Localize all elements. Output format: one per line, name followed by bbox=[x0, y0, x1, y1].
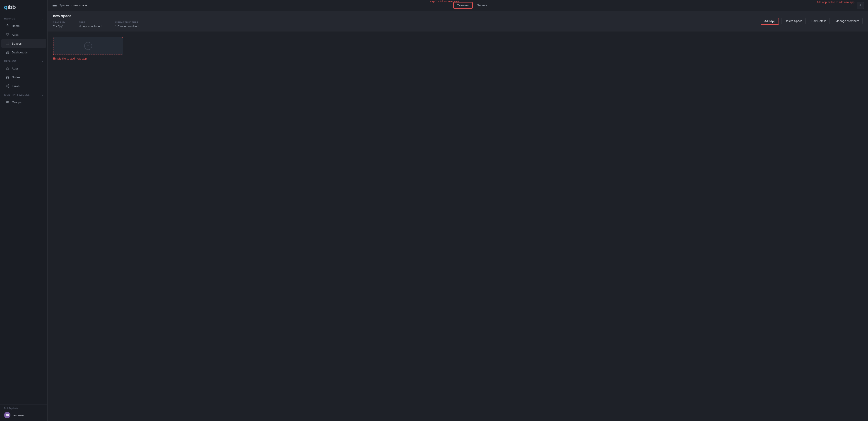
svg-rect-8 bbox=[6, 53, 7, 54]
space-id-label: SPACE ID bbox=[53, 21, 65, 24]
tab-secrets[interactable]: Secrets bbox=[474, 2, 490, 8]
svg-rect-6 bbox=[8, 51, 9, 52]
space-id-value: 7hc0jgf bbox=[53, 25, 65, 28]
catalog-apps-icon bbox=[5, 66, 9, 70]
home-label: Home bbox=[12, 24, 20, 28]
svg-point-20 bbox=[6, 101, 7, 102]
space-title-block: new space SPACE ID 7hc0jgf APPS No Apps … bbox=[53, 14, 138, 28]
space-title: new space bbox=[53, 14, 138, 18]
avatar: TU bbox=[4, 412, 10, 418]
svg-point-18 bbox=[8, 85, 9, 85]
identity-chevron-icon: ⌄ bbox=[41, 94, 43, 96]
sidebar-item-catalog-apps[interactable]: Apps bbox=[1, 64, 46, 73]
space-actions: Add App Delete Space Edit Details Manage… bbox=[761, 18, 863, 25]
spaces-label: Spaces bbox=[12, 42, 22, 45]
sidebar-item-spaces[interactable]: Spaces bbox=[1, 39, 46, 48]
annotation-addapp: Add app button to add new app bbox=[816, 1, 855, 4]
nodes-icon bbox=[5, 75, 9, 79]
main-content: Spaces • new space step 1: click on over… bbox=[48, 0, 868, 421]
breadcrumb: Spaces • new space bbox=[59, 4, 87, 7]
build-label: BUILD private bbox=[4, 407, 43, 410]
catalog-chevron-icon: ⌄ bbox=[41, 60, 43, 62]
add-app-plus-icon: + bbox=[84, 42, 92, 50]
dashboards-label: Dashboards bbox=[12, 51, 28, 54]
sidebar-item-dashboards[interactable]: Dashboards bbox=[1, 48, 46, 57]
breadcrumb-current: new space bbox=[73, 4, 87, 7]
hamburger-icon[interactable] bbox=[52, 3, 58, 8]
groups-label: Groups bbox=[12, 100, 22, 104]
svg-rect-9 bbox=[6, 67, 7, 68]
svg-rect-0 bbox=[6, 33, 7, 34]
svg-rect-11 bbox=[6, 69, 7, 70]
svg-point-21 bbox=[8, 101, 9, 102]
flows-icon bbox=[5, 84, 9, 88]
sidebar-item-flows[interactable]: Flows bbox=[1, 82, 46, 90]
nodes-label: Nodes bbox=[12, 75, 21, 79]
catalog-section-header: CATALOG ⌄ bbox=[0, 57, 47, 64]
empty-tile-annotation: Empty tile to add new app bbox=[53, 57, 863, 60]
svg-rect-7 bbox=[8, 52, 9, 54]
catalog-apps-label: Apps bbox=[12, 67, 19, 70]
svg-rect-14 bbox=[8, 76, 9, 77]
svg-rect-2 bbox=[6, 35, 7, 36]
apps-manage-label: Apps bbox=[12, 33, 19, 36]
topbar-tabs: Overview Secrets bbox=[453, 2, 490, 9]
user-row: TU test user bbox=[4, 412, 43, 418]
sidebar-footer: BUILD private TU test user bbox=[0, 404, 47, 421]
sidebar-item-groups[interactable]: Groups bbox=[1, 98, 46, 106]
apps-value: No Apps included bbox=[79, 25, 101, 28]
plus-button[interactable]: + bbox=[857, 2, 864, 9]
dashboards-icon bbox=[5, 50, 9, 54]
tab-overview[interactable]: Overview bbox=[453, 2, 473, 9]
space-meta: SPACE ID 7hc0jgf APPS No Apps included I… bbox=[53, 21, 138, 28]
spaces-icon bbox=[5, 41, 9, 45]
breadcrumb-separator: • bbox=[70, 4, 71, 7]
meta-space-id: SPACE ID 7hc0jgf bbox=[53, 21, 65, 28]
groups-icon bbox=[5, 100, 9, 104]
logo: qqibbibb bbox=[0, 0, 47, 14]
topbar: Spaces • new space step 1: click on over… bbox=[48, 0, 868, 11]
page-content: new space SPACE ID 7hc0jgf APPS No Apps … bbox=[48, 11, 868, 421]
topbar-left: Spaces • new space bbox=[52, 3, 87, 8]
sidebar-item-nodes[interactable]: Nodes bbox=[1, 73, 46, 82]
manage-section-header: MANAGE ⌄ bbox=[0, 14, 47, 21]
svg-point-17 bbox=[6, 86, 7, 87]
space-header-inner: new space SPACE ID 7hc0jgf APPS No Apps … bbox=[53, 14, 863, 28]
manage-members-button[interactable]: Manage Members bbox=[832, 18, 863, 24]
sidebar-item-apps[interactable]: Apps bbox=[1, 30, 46, 39]
apps-label: APPS bbox=[79, 21, 101, 24]
sidebar: qqibbibb MANAGE ⌄ Home bbox=[0, 0, 48, 421]
space-header: new space SPACE ID 7hc0jgf APPS No Apps … bbox=[48, 11, 868, 31]
logo-text: qqibbibb bbox=[4, 4, 16, 11]
canvas-area: + Empty tile to add new app bbox=[48, 31, 868, 421]
delete-space-button[interactable]: Delete Space bbox=[781, 18, 806, 24]
infra-label: INFRASTRUCTURE bbox=[115, 21, 138, 24]
meta-apps: APPS No Apps included bbox=[79, 21, 101, 28]
svg-rect-16 bbox=[8, 77, 9, 78]
manage-chevron-icon: ⌄ bbox=[41, 18, 43, 20]
add-app-button[interactable]: Add App bbox=[761, 18, 779, 25]
svg-rect-12 bbox=[8, 69, 9, 70]
empty-tile[interactable]: + bbox=[53, 37, 123, 55]
apps-manage-icon bbox=[5, 33, 9, 37]
svg-rect-4 bbox=[6, 42, 9, 45]
breadcrumb-spaces[interactable]: Spaces bbox=[59, 4, 69, 7]
infra-value: 1 Cluster involved bbox=[115, 25, 138, 28]
identity-section-header: IDENTITY & ACCESS ⌄ bbox=[0, 91, 47, 98]
svg-rect-3 bbox=[8, 35, 9, 36]
home-icon bbox=[5, 24, 9, 28]
svg-rect-15 bbox=[6, 77, 7, 78]
flows-label: Flows bbox=[12, 85, 20, 88]
svg-rect-5 bbox=[6, 51, 7, 53]
svg-point-19 bbox=[8, 87, 9, 87]
edit-details-button[interactable]: Edit Details bbox=[808, 18, 830, 24]
sidebar-item-home[interactable]: Home bbox=[1, 22, 46, 30]
svg-rect-1 bbox=[8, 33, 9, 34]
topbar-right: + bbox=[857, 2, 864, 9]
meta-infrastructure: INFRASTRUCTURE 1 Cluster involved bbox=[115, 21, 138, 28]
svg-rect-13 bbox=[6, 76, 7, 77]
sidebar-nav: MANAGE ⌄ Home Apps bbox=[0, 14, 47, 404]
svg-rect-10 bbox=[8, 67, 9, 68]
user-name: test user bbox=[13, 414, 24, 417]
